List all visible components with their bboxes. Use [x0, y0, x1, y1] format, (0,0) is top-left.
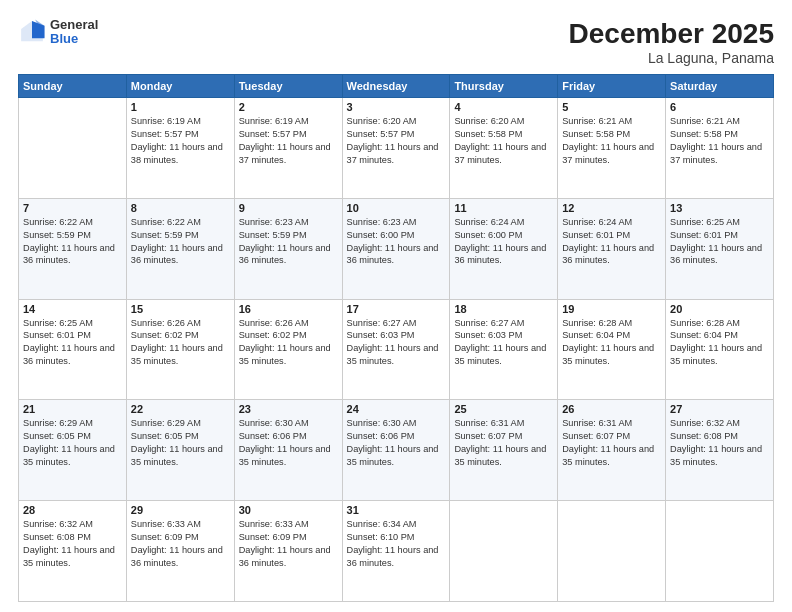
cell-info: Sunrise: 6:20 AM Sunset: 5:57 PM Dayligh… [347, 115, 446, 167]
cell-info: Sunrise: 6:26 AM Sunset: 6:02 PM Dayligh… [239, 317, 338, 369]
calendar-cell: 29 Sunrise: 6:33 AM Sunset: 6:09 PM Dayl… [126, 501, 234, 602]
calendar-cell: 9 Sunrise: 6:23 AM Sunset: 5:59 PM Dayli… [234, 198, 342, 299]
cell-info: Sunrise: 6:31 AM Sunset: 6:07 PM Dayligh… [454, 417, 553, 469]
day-number: 16 [239, 303, 338, 315]
cell-info: Sunrise: 6:22 AM Sunset: 5:59 PM Dayligh… [23, 216, 122, 268]
calendar-cell: 15 Sunrise: 6:26 AM Sunset: 6:02 PM Dayl… [126, 299, 234, 400]
weekday-header-row: Sunday Monday Tuesday Wednesday Thursday… [19, 75, 774, 98]
calendar-cell: 25 Sunrise: 6:31 AM Sunset: 6:07 PM Dayl… [450, 400, 558, 501]
header: General Blue December 2025 La Laguna, Pa… [18, 18, 774, 66]
calendar-cell: 11 Sunrise: 6:24 AM Sunset: 6:00 PM Dayl… [450, 198, 558, 299]
header-saturday: Saturday [666, 75, 774, 98]
day-number: 18 [454, 303, 553, 315]
calendar-cell: 18 Sunrise: 6:27 AM Sunset: 6:03 PM Dayl… [450, 299, 558, 400]
calendar-cell: 22 Sunrise: 6:29 AM Sunset: 6:05 PM Dayl… [126, 400, 234, 501]
calendar-cell [666, 501, 774, 602]
header-friday: Friday [558, 75, 666, 98]
cell-info: Sunrise: 6:33 AM Sunset: 6:09 PM Dayligh… [239, 518, 338, 570]
calendar-cell: 30 Sunrise: 6:33 AM Sunset: 6:09 PM Dayl… [234, 501, 342, 602]
cell-info: Sunrise: 6:19 AM Sunset: 5:57 PM Dayligh… [239, 115, 338, 167]
logo-text: General Blue [50, 18, 98, 47]
week-row-5: 28 Sunrise: 6:32 AM Sunset: 6:08 PM Dayl… [19, 501, 774, 602]
day-number: 31 [347, 504, 446, 516]
week-row-2: 7 Sunrise: 6:22 AM Sunset: 5:59 PM Dayli… [19, 198, 774, 299]
calendar-cell: 2 Sunrise: 6:19 AM Sunset: 5:57 PM Dayli… [234, 98, 342, 199]
calendar-cell: 20 Sunrise: 6:28 AM Sunset: 6:04 PM Dayl… [666, 299, 774, 400]
logo-icon [18, 18, 46, 46]
day-number: 19 [562, 303, 661, 315]
week-row-4: 21 Sunrise: 6:29 AM Sunset: 6:05 PM Dayl… [19, 400, 774, 501]
cell-info: Sunrise: 6:22 AM Sunset: 5:59 PM Dayligh… [131, 216, 230, 268]
day-number: 23 [239, 403, 338, 415]
day-number: 27 [670, 403, 769, 415]
calendar-cell: 17 Sunrise: 6:27 AM Sunset: 6:03 PM Dayl… [342, 299, 450, 400]
cell-info: Sunrise: 6:29 AM Sunset: 6:05 PM Dayligh… [131, 417, 230, 469]
logo-line2: Blue [50, 32, 98, 46]
cell-info: Sunrise: 6:24 AM Sunset: 6:01 PM Dayligh… [562, 216, 661, 268]
day-number: 12 [562, 202, 661, 214]
day-number: 15 [131, 303, 230, 315]
day-number: 8 [131, 202, 230, 214]
day-number: 14 [23, 303, 122, 315]
day-number: 10 [347, 202, 446, 214]
svg-marker-2 [32, 21, 44, 38]
calendar-cell: 31 Sunrise: 6:34 AM Sunset: 6:10 PM Dayl… [342, 501, 450, 602]
cell-info: Sunrise: 6:28 AM Sunset: 6:04 PM Dayligh… [670, 317, 769, 369]
day-number: 1 [131, 101, 230, 113]
cell-info: Sunrise: 6:28 AM Sunset: 6:04 PM Dayligh… [562, 317, 661, 369]
calendar-cell: 27 Sunrise: 6:32 AM Sunset: 6:08 PM Dayl… [666, 400, 774, 501]
day-number: 5 [562, 101, 661, 113]
header-tuesday: Tuesday [234, 75, 342, 98]
cell-info: Sunrise: 6:30 AM Sunset: 6:06 PM Dayligh… [347, 417, 446, 469]
cell-info: Sunrise: 6:27 AM Sunset: 6:03 PM Dayligh… [454, 317, 553, 369]
day-number: 29 [131, 504, 230, 516]
cell-info: Sunrise: 6:25 AM Sunset: 6:01 PM Dayligh… [23, 317, 122, 369]
cell-info: Sunrise: 6:30 AM Sunset: 6:06 PM Dayligh… [239, 417, 338, 469]
day-number: 17 [347, 303, 446, 315]
cell-info: Sunrise: 6:32 AM Sunset: 6:08 PM Dayligh… [23, 518, 122, 570]
cell-info: Sunrise: 6:31 AM Sunset: 6:07 PM Dayligh… [562, 417, 661, 469]
page-subtitle: La Laguna, Panama [569, 50, 774, 66]
day-number: 7 [23, 202, 122, 214]
calendar-cell: 26 Sunrise: 6:31 AM Sunset: 6:07 PM Dayl… [558, 400, 666, 501]
calendar-cell: 19 Sunrise: 6:28 AM Sunset: 6:04 PM Dayl… [558, 299, 666, 400]
calendar-cell [450, 501, 558, 602]
calendar-cell: 21 Sunrise: 6:29 AM Sunset: 6:05 PM Dayl… [19, 400, 127, 501]
day-number: 24 [347, 403, 446, 415]
calendar-cell: 8 Sunrise: 6:22 AM Sunset: 5:59 PM Dayli… [126, 198, 234, 299]
calendar-cell: 5 Sunrise: 6:21 AM Sunset: 5:58 PM Dayli… [558, 98, 666, 199]
calendar-cell: 24 Sunrise: 6:30 AM Sunset: 6:06 PM Dayl… [342, 400, 450, 501]
day-number: 4 [454, 101, 553, 113]
day-number: 2 [239, 101, 338, 113]
day-number: 25 [454, 403, 553, 415]
logo-line1: General [50, 18, 98, 32]
calendar-cell: 14 Sunrise: 6:25 AM Sunset: 6:01 PM Dayl… [19, 299, 127, 400]
calendar-cell: 3 Sunrise: 6:20 AM Sunset: 5:57 PM Dayli… [342, 98, 450, 199]
header-monday: Monday [126, 75, 234, 98]
page: General Blue December 2025 La Laguna, Pa… [0, 0, 792, 612]
day-number: 30 [239, 504, 338, 516]
cell-info: Sunrise: 6:27 AM Sunset: 6:03 PM Dayligh… [347, 317, 446, 369]
cell-info: Sunrise: 6:33 AM Sunset: 6:09 PM Dayligh… [131, 518, 230, 570]
calendar-cell: 12 Sunrise: 6:24 AM Sunset: 6:01 PM Dayl… [558, 198, 666, 299]
cell-info: Sunrise: 6:20 AM Sunset: 5:58 PM Dayligh… [454, 115, 553, 167]
day-number: 6 [670, 101, 769, 113]
title-block: December 2025 La Laguna, Panama [569, 18, 774, 66]
day-number: 21 [23, 403, 122, 415]
page-title: December 2025 [569, 18, 774, 50]
day-number: 9 [239, 202, 338, 214]
calendar-cell: 16 Sunrise: 6:26 AM Sunset: 6:02 PM Dayl… [234, 299, 342, 400]
cell-info: Sunrise: 6:26 AM Sunset: 6:02 PM Dayligh… [131, 317, 230, 369]
cell-info: Sunrise: 6:21 AM Sunset: 5:58 PM Dayligh… [562, 115, 661, 167]
day-number: 13 [670, 202, 769, 214]
calendar-cell: 6 Sunrise: 6:21 AM Sunset: 5:58 PM Dayli… [666, 98, 774, 199]
day-number: 28 [23, 504, 122, 516]
calendar-cell: 23 Sunrise: 6:30 AM Sunset: 6:06 PM Dayl… [234, 400, 342, 501]
header-wednesday: Wednesday [342, 75, 450, 98]
calendar-cell: 7 Sunrise: 6:22 AM Sunset: 5:59 PM Dayli… [19, 198, 127, 299]
day-number: 26 [562, 403, 661, 415]
cell-info: Sunrise: 6:24 AM Sunset: 6:00 PM Dayligh… [454, 216, 553, 268]
header-thursday: Thursday [450, 75, 558, 98]
cell-info: Sunrise: 6:29 AM Sunset: 6:05 PM Dayligh… [23, 417, 122, 469]
calendar-cell: 4 Sunrise: 6:20 AM Sunset: 5:58 PM Dayli… [450, 98, 558, 199]
